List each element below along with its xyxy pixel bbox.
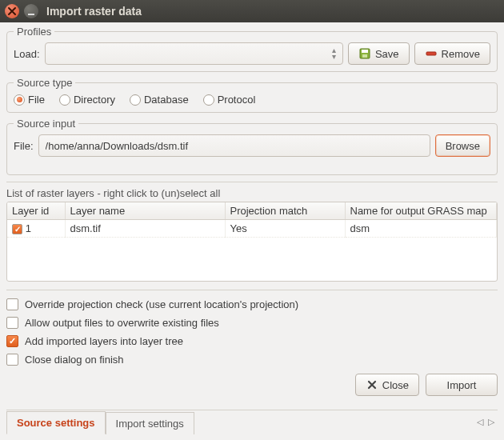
remove-icon — [425, 47, 438, 60]
profiles-group: Profiles Load: ▴▾ Save Remove — [6, 26, 498, 72]
cell-projection: Yes — [225, 220, 345, 238]
close-icon — [366, 378, 378, 391]
source-type-legend: Source type — [14, 77, 75, 89]
profile-select[interactable]: ▴▾ — [45, 42, 343, 65]
window-minimize-button[interactable] — [24, 4, 38, 18]
radio-directory[interactable]: Directory — [59, 94, 115, 106]
remove-button-label: Remove — [442, 48, 480, 60]
svg-rect-2 — [362, 50, 368, 53]
row-checkbox[interactable] — [12, 224, 22, 234]
minimize-icon — [25, 5, 38, 18]
radio-directory-label: Directory — [74, 94, 115, 106]
radio-protocol[interactable]: Protocol — [203, 94, 256, 106]
profiles-legend: Profiles — [14, 26, 54, 38]
save-button-label: Save — [375, 48, 399, 60]
cell-layer-name: dsm.tif — [65, 220, 225, 238]
check-add-layer-tree[interactable]: Add imported layers into layer tree — [6, 335, 498, 347]
tab-scroll-right[interactable]: ▷ — [488, 417, 494, 427]
browse-button[interactable]: Browse — [435, 134, 490, 157]
checkbox-icon — [6, 335, 18, 347]
radio-database-label: Database — [144, 94, 189, 106]
check-override-projection[interactable]: Override projection check (use current l… — [6, 298, 498, 310]
tab-source-settings[interactable]: Source settings — [6, 411, 106, 434]
svg-rect-3 — [362, 54, 367, 58]
table-row[interactable]: 1 dsm.tif Yes dsm — [7, 220, 497, 238]
tab-scroll-left[interactable]: ◁ — [477, 417, 483, 427]
check-overwrite[interactable]: Allow output files to overwrite existing… — [6, 317, 498, 329]
radio-icon — [14, 94, 25, 106]
file-path-input[interactable] — [38, 134, 430, 157]
cell-output: dsm — [345, 220, 497, 238]
checkbox-icon — [6, 317, 18, 329]
svg-rect-0 — [28, 14, 34, 15]
svg-rect-4 — [426, 52, 436, 55]
window-close-button[interactable] — [5, 4, 19, 18]
radio-file[interactable]: File — [14, 94, 45, 106]
check-close-on-finish[interactable]: Close dialog on finish — [6, 354, 498, 366]
tab-source-label: Source settings — [17, 417, 95, 429]
divider — [6, 290, 498, 290]
load-label: Load: — [14, 48, 40, 60]
check-override-label: Override projection check (use current l… — [25, 298, 298, 310]
close-button[interactable]: Close — [355, 374, 419, 396]
radio-icon — [203, 94, 214, 106]
window-title: Import raster data — [46, 5, 142, 18]
radio-icon — [130, 94, 141, 106]
tab-import-settings[interactable]: Import settings — [106, 412, 194, 434]
close-icon — [6, 5, 18, 18]
layer-list-caption: List of raster layers - right click to (… — [6, 187, 498, 199]
import-button-label: Import — [447, 379, 477, 391]
checkbox-icon — [6, 354, 18, 366]
tab-bar: Source settings Import settings ◁ ▷ — [6, 410, 498, 434]
check-overwrite-label: Allow output files to overwrite existing… — [25, 317, 219, 329]
checkbox-icon — [6, 298, 18, 310]
cell-layer-id: 1 — [26, 222, 31, 234]
table-header-row: Layer id Layer name Projection match Nam… — [7, 202, 497, 220]
col-projection[interactable]: Projection match — [225, 202, 345, 220]
col-output-name[interactable]: Name for output GRASS map — [345, 202, 497, 220]
radio-icon — [59, 94, 70, 106]
close-button-label: Close — [382, 379, 409, 391]
col-layer-id[interactable]: Layer id — [7, 202, 65, 220]
layer-table: Layer id Layer name Projection match Nam… — [6, 202, 498, 282]
radio-file-label: File — [28, 94, 45, 106]
radio-protocol-label: Protocol — [218, 94, 256, 106]
check-add-tree-label: Add imported layers into layer tree — [25, 335, 183, 347]
save-button[interactable]: Save — [348, 42, 410, 65]
remove-button[interactable]: Remove — [414, 42, 490, 65]
divider — [6, 182, 498, 182]
import-button[interactable]: Import — [426, 374, 498, 396]
source-input-legend: Source input — [14, 118, 78, 130]
check-close-finish-label: Close dialog on finish — [25, 354, 124, 366]
source-input-group: Source input File: Browse — [6, 118, 498, 175]
col-layer-name[interactable]: Layer name — [65, 202, 225, 220]
browse-button-label: Browse — [446, 140, 480, 152]
save-icon — [358, 47, 371, 60]
file-label: File: — [14, 140, 34, 152]
radio-database[interactable]: Database — [130, 94, 189, 106]
titlebar: Import raster data — [0, 0, 504, 22]
chevron-updown-icon: ▴▾ — [332, 47, 336, 60]
source-type-group: Source type File Directory Database Prot… — [6, 77, 498, 113]
tab-import-label: Import settings — [116, 418, 184, 430]
